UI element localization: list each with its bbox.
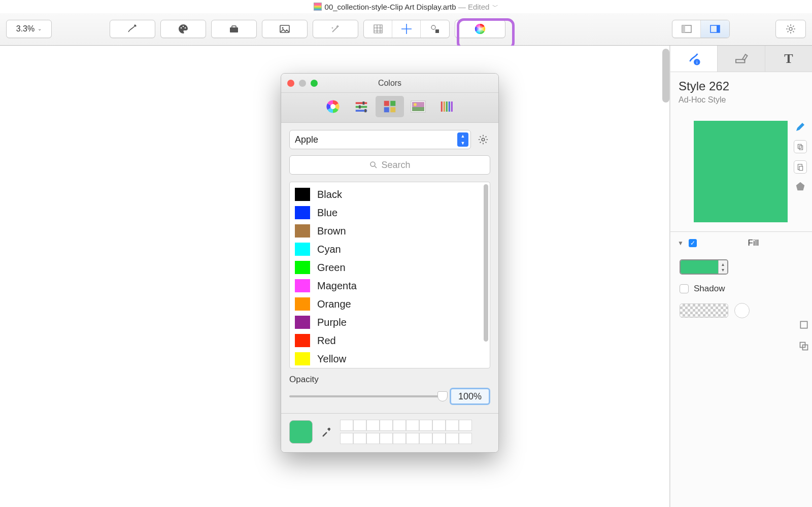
color-palettes-tab[interactable]: [376, 96, 404, 117]
color-well[interactable]: [353, 433, 366, 444]
palette-select[interactable]: Apple ▲▼: [289, 130, 471, 149]
color-well[interactable]: [340, 420, 353, 431]
fill-color-swatch: [681, 260, 718, 274]
color-well[interactable]: [446, 420, 459, 431]
color-swatch: [295, 279, 310, 292]
color-list-item[interactable]: Cyan: [295, 240, 490, 258]
shadow-checkbox[interactable]: [680, 284, 689, 293]
fill-color-well[interactable]: ▴▾: [680, 259, 728, 275]
alpha-well[interactable]: [680, 303, 728, 318]
colors-titlebar[interactable]: Colors: [281, 74, 498, 93]
fill-color-stepper[interactable]: ▴▾: [718, 260, 727, 274]
canvas-scrollbar[interactable]: [662, 49, 669, 103]
image-button[interactable]: [262, 20, 308, 38]
color-list-item[interactable]: Green: [295, 258, 490, 277]
angle-knob[interactable]: [734, 303, 750, 318]
colors-panel[interactable]: Colors Apple ▲▼ Search: [281, 73, 499, 453]
color-well[interactable]: [419, 433, 432, 444]
svg-rect-11: [682, 25, 685, 32]
current-color-swatch[interactable]: [289, 420, 313, 444]
pencils-tab[interactable]: [432, 96, 461, 117]
color-picker-button[interactable]: [455, 20, 505, 38]
color-well[interactable]: [459, 433, 472, 444]
color-well[interactable]: [406, 420, 419, 431]
paste-style-button[interactable]: [794, 160, 807, 174]
svg-rect-13: [717, 25, 720, 32]
layout-left[interactable]: [672, 20, 701, 38]
style-name: Style 262: [679, 79, 804, 93]
color-list-item[interactable]: Purple: [295, 313, 490, 331]
eyedropper-icon[interactable]: [321, 426, 332, 437]
edit-pencil-icon[interactable]: [794, 121, 806, 133]
sliders-icon: [354, 99, 369, 114]
stack-icon[interactable]: [799, 341, 809, 351]
copy-style-button[interactable]: [794, 140, 807, 153]
draw-tool-button[interactable]: [110, 20, 155, 38]
layout-right[interactable]: [701, 20, 729, 38]
zoom-dropdown[interactable]: 3.3% ⌄: [6, 20, 52, 38]
color-wheel-tab[interactable]: [319, 96, 347, 117]
color-well[interactable]: [393, 433, 406, 444]
gear-icon: [785, 23, 797, 35]
pentagon-icon[interactable]: [795, 181, 806, 192]
fill-section-header[interactable]: ▼ ✓ Fill: [670, 232, 812, 254]
minimize-window-button[interactable]: [299, 80, 306, 87]
fill-enabled-checkbox[interactable]: ✓: [689, 239, 697, 247]
brush-info-icon: i: [686, 51, 701, 66]
color-list-item[interactable]: Blue: [295, 204, 490, 222]
color-list-item[interactable]: Red: [295, 331, 490, 350]
inspector-tab-style[interactable]: i: [670, 46, 718, 72]
color-list-item[interactable]: Orange: [295, 295, 490, 313]
color-list-scrollbar[interactable]: [484, 184, 488, 342]
palette-select-value: Apple: [295, 134, 318, 145]
color-well[interactable]: [432, 420, 446, 431]
color-list-item[interactable]: Black: [295, 185, 490, 204]
effects-button[interactable]: [313, 20, 358, 38]
color-name: Green: [317, 262, 346, 274]
library-button[interactable]: [211, 20, 257, 38]
settings-button[interactable]: [775, 20, 806, 38]
color-well[interactable]: [380, 420, 393, 431]
opacity-slider[interactable]: [289, 395, 443, 397]
square-outline-icon[interactable]: [799, 320, 809, 330]
grid-toggle[interactable]: [364, 20, 392, 38]
style-header: Style 262 Ad-Hoc Style: [670, 72, 812, 112]
inspector-tab-geometry[interactable]: [718, 46, 765, 72]
color-well[interactable]: [340, 433, 353, 444]
zoom-window-button[interactable]: [311, 80, 318, 87]
color-well[interactable]: [380, 433, 393, 444]
color-list-item[interactable]: Yellow: [295, 350, 490, 368]
color-well[interactable]: [353, 420, 366, 431]
color-well[interactable]: [366, 433, 380, 444]
snap-points-toggle[interactable]: [421, 20, 449, 38]
color-well[interactable]: [393, 420, 406, 431]
guides-toggle[interactable]: [392, 20, 421, 38]
paint-tool-button[interactable]: [160, 20, 206, 38]
color-swatch: [295, 352, 310, 365]
palette-stepper[interactable]: ▲▼: [457, 132, 468, 147]
color-well[interactable]: [459, 420, 472, 431]
main-toolbar: 3.3% ⌄: [0, 13, 812, 46]
inspector-tab-text[interactable]: T: [765, 46, 812, 72]
svg-point-9: [475, 24, 485, 34]
title-dropdown-icon[interactable]: ﹀: [492, 3, 498, 11]
opacity-input[interactable]: [450, 388, 490, 405]
document-title[interactable]: 00_collection-style-Clip Art Display.art…: [325, 3, 490, 11]
color-well[interactable]: [366, 420, 380, 431]
svg-point-2: [185, 27, 186, 28]
color-well[interactable]: [419, 420, 432, 431]
color-sliders-tab[interactable]: [347, 96, 376, 117]
inspector-tabs: i T: [670, 46, 812, 72]
palette-options-button[interactable]: [476, 132, 490, 147]
color-list-item[interactable]: Brown: [295, 222, 490, 240]
disclosure-triangle-icon[interactable]: ▼: [678, 240, 684, 247]
close-window-button[interactable]: [287, 80, 294, 87]
color-list-item[interactable]: Magenta: [295, 277, 490, 295]
image-palettes-tab[interactable]: [404, 96, 432, 117]
color-well[interactable]: [406, 433, 419, 444]
color-well[interactable]: [446, 433, 459, 444]
opacity-slider-thumb[interactable]: [437, 391, 448, 401]
color-search-input[interactable]: Search: [289, 155, 490, 175]
color-list: BlackBlueBrownCyanGreenMagentaOrangePurp…: [289, 182, 490, 368]
color-well[interactable]: [432, 433, 446, 444]
